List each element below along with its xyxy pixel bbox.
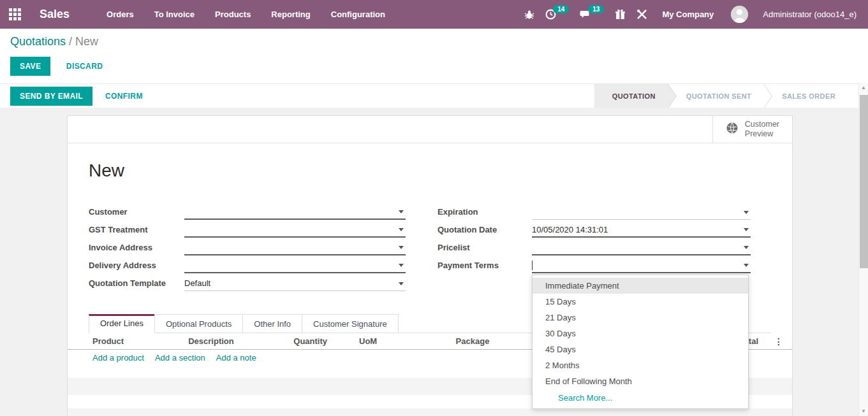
- quotation-date-field[interactable]: 10/05/2020 14:31:01: [532, 222, 751, 238]
- dropdown-item-45-days[interactable]: 45 Days: [533, 341, 748, 357]
- main-menu: Orders To Invoice Products Reporting Con…: [107, 10, 385, 19]
- chevron-down-icon: [399, 246, 404, 249]
- payment-terms-field[interactable]: [532, 258, 751, 273]
- scroll-up-icon[interactable]: ▲: [859, 85, 868, 90]
- dropdown-item-immediate-payment[interactable]: Immediate Payment: [533, 278, 748, 294]
- main-content: Customer Preview New Customer GST Treatm…: [0, 108, 858, 416]
- gst-treatment-field[interactable]: [184, 222, 406, 238]
- send-by-email-button[interactable]: SEND BY EMAIL: [10, 87, 92, 106]
- sheet-button-box: Customer Preview: [68, 116, 792, 143]
- messages-chat-icon[interactable]: 13: [580, 10, 604, 20]
- menu-products[interactable]: Products: [215, 10, 251, 19]
- breadcrumb-current: New: [75, 35, 98, 48]
- quotation-template-field[interactable]: Default: [184, 276, 406, 291]
- menu-reporting[interactable]: Reporting: [271, 10, 310, 19]
- statusbar: SEND BY EMAIL CONFIRM QUOTATION QUOTATIO…: [0, 83, 858, 108]
- control-panel: Quotations / New SAVE DISCARD: [0, 29, 868, 83]
- gift-icon[interactable]: [615, 9, 626, 20]
- label-pricelist: Pricelist: [438, 243, 532, 255]
- menu-to-invoice[interactable]: To Invoice: [154, 10, 195, 19]
- add-a-note-link[interactable]: Add a note: [216, 353, 256, 362]
- expiration-field[interactable]: [532, 204, 751, 220]
- chevron-down-icon: [399, 228, 404, 231]
- label-customer: Customer: [89, 207, 184, 220]
- breadcrumb: Quotations / New: [10, 35, 858, 48]
- add-a-product-link[interactable]: Add a product: [92, 353, 144, 362]
- tools-icon[interactable]: [636, 9, 647, 20]
- app-name[interactable]: Sales: [40, 8, 70, 21]
- scroll-down-icon[interactable]: ▼: [859, 408, 868, 414]
- col-description: Description: [151, 336, 272, 346]
- chevron-down-icon: [744, 264, 749, 267]
- dropdown-item-15-days[interactable]: 15 Days: [533, 294, 748, 310]
- record-title: New: [89, 161, 771, 181]
- label-gst-treatment: GST Treatment: [89, 225, 184, 238]
- vertical-scrollbar[interactable]: ▲ ▼: [858, 83, 868, 416]
- dropdown-search-more[interactable]: Search More...: [533, 389, 748, 406]
- col-package: Package: [409, 336, 536, 346]
- customer-field[interactable]: [184, 204, 406, 220]
- delivery-address-field[interactable]: [184, 258, 406, 273]
- invoice-address-field[interactable]: [184, 240, 406, 255]
- status-steps: QUOTATION QUOTATION SENT SALES ORDER: [594, 84, 848, 108]
- chevron-down-icon: [744, 211, 749, 214]
- tab-other-info[interactable]: Other Info: [242, 314, 302, 333]
- company-switcher[interactable]: My Company: [662, 10, 714, 19]
- step-quotation-sent[interactable]: QUOTATION SENT: [668, 84, 764, 108]
- debug-bug-icon[interactable]: [524, 10, 534, 20]
- payment-terms-dropdown: Immediate Payment 15 Days 21 Days 30 Day…: [532, 275, 749, 409]
- fields-right: Expiration Quotation Date 10/05/2020 14:…: [438, 202, 751, 291]
- col-product: Product: [68, 336, 151, 346]
- col-quantity: Quantity: [272, 336, 332, 346]
- dropdown-item-2-months[interactable]: 2 Months: [533, 357, 748, 373]
- globe-icon: [726, 122, 739, 137]
- empty-row: [68, 408, 792, 416]
- tab-customer-signature[interactable]: Customer Signature: [302, 314, 399, 333]
- text-cursor: [532, 261, 533, 270]
- user-avatar[interactable]: [731, 6, 748, 23]
- user-menu[interactable]: Administrator (odoo14_e): [763, 10, 857, 19]
- label-invoice-address: Invoice Address: [89, 243, 184, 255]
- top-navbar: Sales Orders To Invoice Products Reporti…: [0, 0, 868, 29]
- chevron-down-icon: [744, 228, 749, 231]
- form-sheet: Customer Preview New Customer GST Treatm…: [67, 115, 793, 416]
- label-quotation-date: Quotation Date: [438, 225, 532, 238]
- chevron-down-icon: [744, 246, 749, 249]
- dropdown-item-end-of-following-month[interactable]: End of Following Month: [533, 373, 748, 389]
- dropdown-item-21-days[interactable]: 21 Days: [533, 310, 748, 326]
- label-delivery-address: Delivery Address: [89, 261, 184, 273]
- pricelist-field[interactable]: [532, 240, 751, 255]
- save-button[interactable]: SAVE: [10, 57, 50, 76]
- field-grid: Customer GST Treatment Invoice Address D…: [89, 202, 771, 291]
- chevron-down-icon: [399, 264, 404, 267]
- label-quotation-template: Quotation Template: [89, 278, 184, 291]
- chevron-down-icon: [399, 282, 404, 285]
- menu-orders[interactable]: Orders: [107, 10, 134, 19]
- activity-count-badge: 14: [553, 5, 569, 13]
- preview-label-line1: Customer: [745, 120, 779, 129]
- label-expiration: Expiration: [438, 207, 532, 220]
- confirm-button[interactable]: CONFIRM: [105, 92, 143, 101]
- tab-order-lines[interactable]: Order Lines: [89, 314, 155, 333]
- step-sales-order[interactable]: SALES ORDER: [764, 84, 848, 108]
- preview-label-line2: Preview: [745, 129, 779, 139]
- add-a-section-link[interactable]: Add a section: [155, 353, 205, 362]
- apps-menu-icon[interactable]: [9, 8, 21, 20]
- step-quotation[interactable]: QUOTATION: [594, 84, 668, 108]
- chevron-down-icon: [399, 210, 404, 213]
- label-payment-terms: Payment Terms: [438, 261, 532, 273]
- menu-configuration[interactable]: Configuration: [331, 10, 385, 19]
- dropdown-item-30-days[interactable]: 30 Days: [533, 326, 748, 341]
- optional-columns-icon[interactable]: ⋮: [758, 336, 792, 347]
- scrollbar-thumb[interactable]: [860, 95, 868, 268]
- breadcrumb-quotations[interactable]: Quotations: [10, 35, 66, 48]
- discard-button[interactable]: DISCARD: [66, 62, 103, 71]
- customer-preview-button[interactable]: Customer Preview: [712, 116, 792, 143]
- fields-left: Customer GST Treatment Invoice Address D…: [89, 202, 406, 291]
- tab-optional-products[interactable]: Optional Products: [154, 314, 243, 333]
- activities-clock-icon[interactable]: 14: [545, 9, 569, 20]
- message-count-badge: 13: [588, 5, 604, 13]
- col-uom: UoM: [332, 336, 409, 346]
